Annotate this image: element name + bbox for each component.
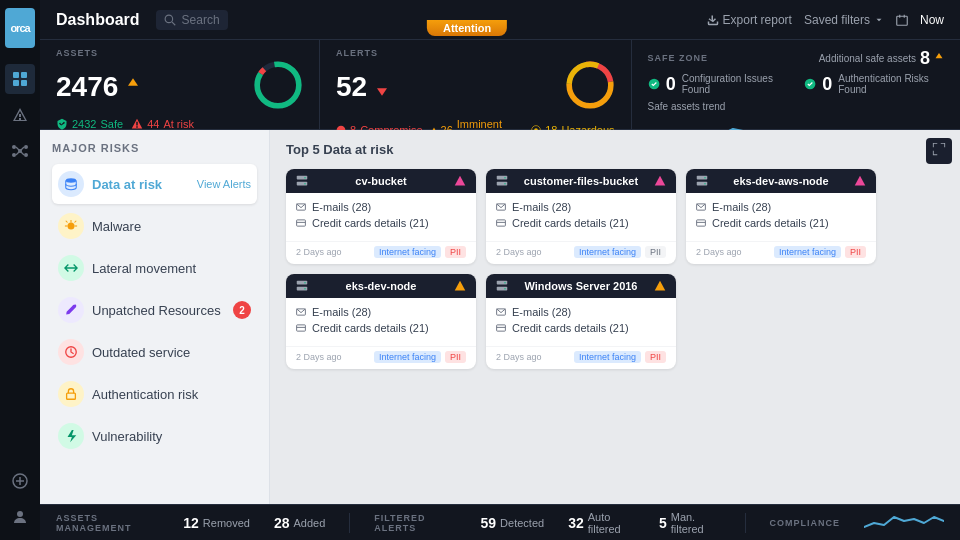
server-icon: [296, 175, 308, 187]
svg-rect-50: [297, 220, 306, 226]
svg-rect-75: [459, 288, 461, 290]
auth-count: 0: [822, 74, 832, 95]
svg-point-5: [12, 145, 16, 149]
card-tag-pii-3: PII: [445, 351, 466, 363]
card-header-cf: customer-files-bucket: [486, 169, 676, 193]
removed-stat: 12 Removed: [183, 515, 250, 531]
added-count: 28: [274, 515, 290, 531]
svg-point-63: [704, 177, 706, 179]
left-panel: MAJOR RISKS Data at risk View Alerts Mal…: [40, 130, 270, 504]
major-risks-title: MAJOR RISKS: [52, 142, 257, 154]
assets-arrow-icon: [126, 77, 140, 97]
filtered-alerts-label: FILTERED ALERTS: [374, 513, 456, 533]
view-alerts-link[interactable]: View Alerts: [197, 178, 251, 190]
svg-rect-74: [459, 285, 461, 288]
svg-point-81: [504, 282, 506, 284]
email-icon-1: [496, 202, 506, 212]
card-cv-bucket[interactable]: cv-bucket E-mails (28) Credit cards deta…: [286, 169, 476, 264]
safe-badge: 2432 Safe: [56, 118, 123, 130]
card-icon-0: [296, 218, 306, 228]
card-footer-4: 2 Days ago Internet facing PII: [486, 346, 676, 369]
divider-1: [349, 513, 350, 533]
email-icon: [296, 202, 306, 212]
sidebar-icon-grid[interactable]: [5, 64, 35, 94]
assets-label: ASSETS: [56, 48, 303, 58]
sidebar-icon-add[interactable]: [5, 466, 35, 496]
risk-item-malware[interactable]: Malware: [52, 206, 257, 246]
trend-label: Safe assets trend: [648, 101, 944, 112]
alerts-donut-chart: [565, 60, 615, 110]
card-title-cv: cv-bucket: [355, 175, 406, 187]
risk-item-data-at-risk[interactable]: Data at risk View Alerts: [52, 164, 257, 204]
database-icon: [64, 177, 78, 191]
man-filtered-label: Man. filtered: [671, 511, 721, 535]
safe-zone-section: SAFE ZONE Additional safe assets 8 0 Con…: [632, 40, 960, 129]
sidebar-icon-user[interactable]: [5, 502, 35, 532]
search-bar[interactable]: Search: [156, 10, 228, 30]
export-report-button[interactable]: Export report: [707, 13, 792, 27]
card-windows-server[interactable]: Windows Server 2016 E-mails (28) Credit …: [486, 274, 676, 369]
card-tag-pii-1: PII: [645, 246, 666, 258]
expand-button[interactable]: [926, 138, 952, 164]
card-file-emails-3: E-mails (28): [296, 306, 466, 318]
card-customer-files[interactable]: customer-files-bucket E-mails (28) Credi…: [486, 169, 676, 264]
risk-item-unpatched[interactable]: Unpatched Resources 2: [52, 290, 257, 330]
alerts-label: ALERTS: [336, 48, 615, 58]
compliance-section: COMPLIANCE: [770, 518, 841, 528]
outdated-label: Outdated service: [92, 345, 190, 360]
detected-stat: 59 Detected: [481, 515, 545, 531]
card-eks-dev-node[interactable]: eks-dev-node E-mails (28) Credit cards d…: [286, 274, 476, 369]
card-eks-dev-aws[interactable]: eks-dev-aws-node E-mails (28) Credit car…: [686, 169, 876, 264]
risk-item-lateral[interactable]: Lateral movement: [52, 248, 257, 288]
server-icon-2: [696, 175, 708, 187]
card-file-emails-2: E-mails (28): [696, 201, 866, 213]
page-title: Dashboard: [56, 11, 140, 29]
check-circle-icon: [648, 77, 660, 91]
card-tag-internet-0: Internet facing: [374, 246, 441, 258]
alerts-total-row: 52: [336, 60, 615, 114]
card-time-2: 2 Days ago: [696, 247, 770, 257]
cc-label-1: Credit cards details (21): [512, 217, 629, 229]
now-button[interactable]: Now: [920, 13, 944, 27]
card-body-cf: E-mails (28) Credit cards details (21): [486, 193, 676, 241]
main-content: Dashboard Search Attention Export report…: [40, 0, 960, 540]
svg-point-17: [165, 15, 173, 23]
card-header-cv: cv-bucket: [286, 169, 476, 193]
card-header-eks-aws: eks-dev-aws-node: [686, 169, 876, 193]
card-footer-2: 2 Days ago Internet facing PII: [686, 241, 876, 264]
check-shield-icon: [804, 77, 816, 91]
saved-filters-label: Saved filters: [804, 13, 870, 27]
card-time-0: 2 Days ago: [296, 247, 370, 257]
svg-rect-84: [659, 288, 661, 290]
cc-label-4: Credit cards details (21): [512, 322, 629, 334]
svg-rect-48: [459, 183, 461, 185]
search-icon: [164, 14, 176, 26]
card-file-cc-0: Credit cards details (21): [296, 217, 466, 229]
card-tag-internet-4: Internet facing: [574, 351, 641, 363]
saved-filters-button[interactable]: Saved filters: [804, 13, 884, 27]
calendar-button[interactable]: [896, 14, 908, 26]
svg-point-54: [504, 177, 506, 179]
svg-rect-19: [897, 16, 908, 25]
risk-item-vulnerability[interactable]: Vulnerability: [52, 416, 257, 456]
card-icon-1: [496, 218, 506, 228]
wrench-icon: [64, 303, 78, 317]
card-icon-3: [296, 323, 306, 333]
sidebar-icon-network[interactable]: [5, 136, 35, 166]
card-file-cc-4: Credit cards details (21): [496, 322, 666, 334]
chevron-down-icon: [874, 15, 884, 25]
auto-filtered-label: Auto filtered: [588, 511, 635, 535]
risk-item-outdated[interactable]: Outdated service: [52, 332, 257, 372]
assets-donut-chart: [253, 60, 303, 110]
auth-risk-label: Authentication risk: [92, 387, 198, 402]
clock-icon: [64, 345, 78, 359]
svg-line-18: [171, 21, 174, 24]
risk-item-auth[interactable]: Authentication risk: [52, 374, 257, 414]
svg-rect-57: [659, 183, 661, 185]
sidebar-icon-alert[interactable]: [5, 100, 35, 130]
export-label: Export report: [723, 13, 792, 27]
card-time-1: 2 Days ago: [496, 247, 570, 257]
lock-icon: [64, 387, 78, 401]
svg-point-16: [17, 511, 23, 517]
unpatched-badge: 2: [233, 301, 251, 319]
